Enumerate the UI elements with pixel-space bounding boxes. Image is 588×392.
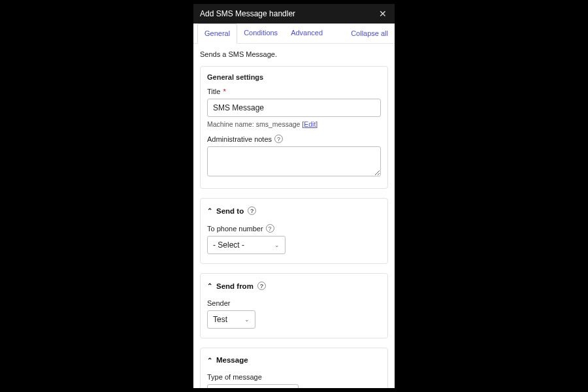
title-label: Title * <box>207 88 381 95</box>
panel-message: ⌃ Message Type of message - Select - ⌄ I… <box>200 348 388 388</box>
field-admin-notes: Administrative notes ? <box>207 135 381 179</box>
to-phone-selected: - Select - <box>213 240 244 250</box>
field-message-type: Type of message - Select - ⌄ <box>207 373 381 388</box>
message-type-select[interactable]: - Select - ⌄ <box>207 384 299 388</box>
field-title: Title * Machine name: sms_message [Edit] <box>207 88 381 128</box>
close-icon[interactable]: ✕ <box>378 8 388 19</box>
help-icon[interactable]: ? <box>248 206 256 215</box>
machine-name-prefix: Machine name: <box>207 120 254 128</box>
send-from-legend-text: Send from <box>216 282 253 290</box>
tabbar: General Conditions Advanced Collapse all <box>193 24 395 44</box>
to-phone-label-text: To phone number <box>207 225 263 233</box>
panel-general-settings: General settings Title * Machine name: s… <box>200 66 388 189</box>
title-label-text: Title <box>207 88 220 95</box>
help-icon[interactable]: ? <box>274 135 283 143</box>
chevron-down-icon: ⌄ <box>274 242 280 248</box>
drawer-header: Add SMS Message handler ✕ <box>193 4 395 24</box>
panel-send-to: ⌃ Send to ? To phone number ? - Select -… <box>200 198 388 264</box>
field-sender: Sender Test ⌄ <box>207 299 381 329</box>
sender-select[interactable]: Test ⌄ <box>207 310 255 329</box>
chevron-down-icon: ⌃ <box>207 282 212 289</box>
field-to-phone: To phone number ? - Select - ⌄ <box>207 224 381 254</box>
message-type-label: Type of message <box>207 373 381 381</box>
panel-legend-message[interactable]: ⌃ Message <box>207 355 381 367</box>
machine-name-hint: Machine name: sms_message [Edit] <box>207 120 381 128</box>
drawer-title: Add SMS Message handler <box>200 9 295 18</box>
tab-general[interactable]: General <box>197 24 237 44</box>
help-icon[interactable]: ? <box>257 282 266 290</box>
chevron-down-icon: ⌃ <box>207 357 212 364</box>
admin-notes-label-text: Administrative notes <box>207 135 272 143</box>
chevron-down-icon: ⌄ <box>244 316 250 323</box>
tabs: General Conditions Advanced <box>197 24 351 43</box>
sender-label: Sender <box>207 299 381 307</box>
admin-notes-textarea[interactable] <box>207 146 381 176</box>
help-icon[interactable]: ? <box>266 224 274 233</box>
to-phone-select[interactable]: - Select - ⌄ <box>207 236 286 254</box>
machine-name-value: sms_message <box>256 120 301 128</box>
message-legend-text: Message <box>216 356 248 364</box>
required-marker: * <box>223 88 225 95</box>
tab-advanced[interactable]: Advanced <box>284 24 329 43</box>
content: Sends a SMS Message. General settings Ti… <box>193 44 395 388</box>
drawer: Add SMS Message handler ✕ General Condit… <box>193 4 395 388</box>
handler-description: Sends a SMS Message. <box>200 50 388 58</box>
sender-selected: Test <box>213 315 227 324</box>
collapse-all-link[interactable]: Collapse all <box>351 29 391 37</box>
machine-name-edit-link[interactable]: Edit <box>304 120 316 128</box>
panel-legend-general: General settings <box>207 73 381 81</box>
send-to-legend-text: Send to <box>216 207 244 215</box>
title-input[interactable] <box>207 99 381 117</box>
panel-send-from: ⌃ Send from ? Sender Test ⌄ <box>200 273 388 338</box>
tab-conditions[interactable]: Conditions <box>237 24 284 43</box>
panel-legend-send-to[interactable]: ⌃ Send to ? <box>207 205 381 218</box>
to-phone-label: To phone number ? <box>207 224 381 233</box>
panel-legend-send-from[interactable]: ⌃ Send from ? <box>207 280 381 293</box>
admin-notes-label: Administrative notes ? <box>207 135 381 143</box>
chevron-down-icon: ⌃ <box>207 207 212 214</box>
